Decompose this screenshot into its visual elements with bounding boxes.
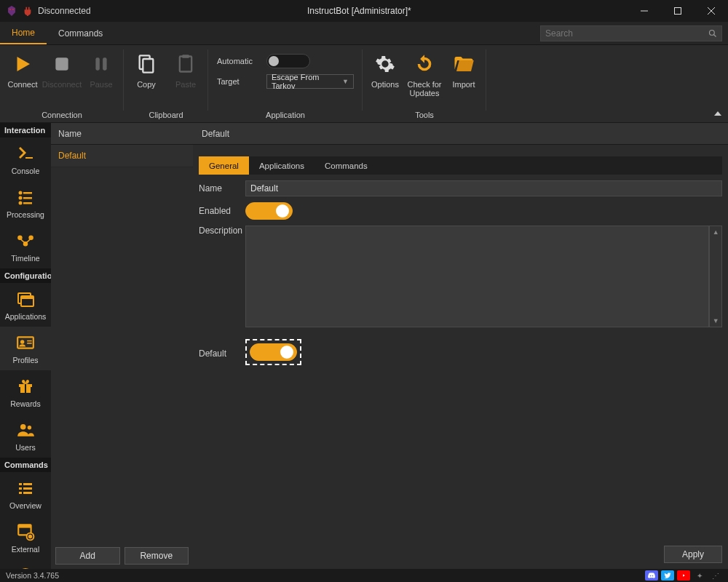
svg-rect-14 — [23, 197, 32, 199]
scroll-down-icon[interactable]: ▼ — [710, 315, 721, 327]
default-label: Default — [199, 348, 245, 359]
search-box[interactable] — [540, 25, 722, 41]
tab-commands-detail[interactable]: Commands — [314, 156, 378, 175]
sidebar: Interaction Console Processing Timeline … — [0, 123, 51, 569]
main-area: Interaction Console Processing Timeline … — [0, 123, 728, 569]
resize-grip-icon[interactable]: ⋰ — [709, 570, 722, 581]
window-buttons — [628, 0, 728, 22]
sidebar-section-commands: Commands — [0, 458, 51, 472]
description-input[interactable] — [245, 226, 709, 327]
version-text: Version 3.4.765 — [6, 571, 59, 580]
default-toggle[interactable] — [250, 343, 297, 361]
svg-point-1 — [12, 9, 14, 10]
connection-status-text: Disconnected — [38, 6, 91, 16]
sidebar-item-help[interactable]: ? — [0, 559, 51, 569]
svg-rect-29 — [25, 384, 26, 393]
import-button[interactable]: Import — [444, 49, 483, 111]
sidebar-item-processing[interactable]: Processing — [0, 181, 51, 225]
svg-rect-25 — [27, 340, 31, 342]
ribbon-group-application: Automatic Target Escape From Tarkov ▼ Ap… — [208, 45, 363, 122]
sidebar-section-interaction: Interaction — [0, 123, 51, 137]
svg-point-13 — [19, 196, 23, 200]
folder-open-icon — [451, 51, 477, 77]
name-input[interactable] — [245, 180, 722, 196]
list-header: Name — [51, 123, 193, 145]
pause-icon — [88, 51, 114, 77]
svg-rect-16 — [23, 202, 32, 204]
tray-icon-1[interactable]: ✦ — [693, 570, 706, 581]
search-input[interactable] — [545, 28, 708, 39]
maximize-button[interactable] — [661, 0, 695, 22]
help-icon: ? — [15, 565, 36, 569]
detail-tabs: General Applications Commands — [199, 156, 722, 175]
remove-button[interactable]: Remove — [124, 547, 189, 565]
tab-applications[interactable]: Applications — [249, 156, 314, 175]
youtube-icon[interactable] — [677, 570, 690, 581]
sidebar-item-overview[interactable]: Overview — [0, 472, 51, 516]
automatic-toggle[interactable] — [266, 54, 310, 68]
ribbon-group-connection: Connect Disconnect Pause Connection — [0, 45, 124, 122]
svg-rect-10 — [182, 55, 189, 58]
connection-status: Disconnected — [0, 5, 91, 17]
svg-rect-22 — [21, 296, 33, 299]
detail-header: Default — [193, 123, 728, 145]
svg-rect-9 — [180, 57, 191, 72]
gear-icon — [372, 51, 398, 77]
check-updates-button[interactable]: Check for Updates — [405, 49, 444, 111]
sidebar-item-users[interactable]: Users — [0, 414, 51, 458]
scroll-up-icon[interactable]: ▲ — [710, 226, 721, 238]
add-button[interactable]: Add — [55, 547, 120, 565]
pause-button[interactable]: Pause — [82, 49, 121, 111]
svg-point-30 — [20, 424, 26, 430]
enabled-toggle[interactable] — [245, 202, 293, 220]
profiles-list: Default — [51, 145, 193, 543]
svg-point-15 — [19, 202, 23, 205]
options-button[interactable]: Options — [365, 49, 405, 111]
apply-button[interactable]: Apply — [664, 546, 722, 563]
external-icon — [15, 522, 36, 542]
description-scrollbar[interactable]: ▲ ▼ — [709, 226, 722, 327]
chevron-down-icon: ▼ — [342, 78, 349, 85]
svg-rect-26 — [27, 343, 31, 344]
svg-point-11 — [19, 191, 23, 195]
sidebar-section-configuration: Configuration — [0, 268, 51, 283]
svg-rect-4 — [55, 57, 68, 70]
statusbar-tray: ✦ ⋰ — [645, 570, 722, 581]
list-item[interactable]: Default — [51, 145, 193, 167]
tab-commands[interactable]: Commands — [47, 22, 114, 44]
sidebar-item-external[interactable]: External — [0, 516, 51, 559]
id-card-icon — [15, 332, 36, 353]
statusbar: Version 3.4.765 ✦ ⋰ — [0, 569, 728, 582]
enabled-label: Enabled — [199, 206, 245, 216]
twitter-icon[interactable] — [661, 570, 674, 581]
paste-icon — [173, 51, 199, 77]
sidebar-item-profiles[interactable]: Profiles — [0, 327, 51, 370]
sidebar-item-rewards[interactable]: Rewards — [0, 370, 51, 414]
tab-home[interactable]: Home — [0, 22, 47, 44]
gift-icon — [15, 376, 36, 396]
sidebar-item-console[interactable]: Console — [0, 137, 51, 181]
svg-rect-2 — [675, 8, 681, 15]
copy-button[interactable]: Copy — [127, 49, 166, 111]
connect-button[interactable]: Connect — [3, 49, 42, 111]
ribbon-collapse-button[interactable] — [713, 109, 722, 118]
users-icon — [15, 420, 36, 440]
ribbon-group-clipboard: Copy Paste Clipboard — [124, 45, 208, 122]
detail-panel: Default General Applications Commands Na… — [193, 123, 728, 569]
sidebar-item-timeline[interactable]: Timeline — [0, 225, 51, 268]
paste-button[interactable]: Paste — [166, 49, 205, 111]
terminal-icon — [15, 143, 36, 164]
close-button[interactable] — [695, 0, 728, 22]
svg-point-24 — [20, 340, 24, 343]
target-label: Target — [217, 77, 261, 86]
svg-rect-5 — [95, 57, 99, 70]
discord-icon[interactable] — [645, 570, 658, 581]
svg-point-31 — [28, 426, 31, 429]
sidebar-item-applications[interactable]: Applications — [0, 283, 51, 327]
target-select[interactable]: Escape From Tarkov ▼ — [266, 74, 354, 89]
titlebar: Disconnected InstructBot [Administrator]… — [0, 0, 728, 22]
description-label: Description — [199, 226, 245, 236]
minimize-button[interactable] — [628, 0, 661, 22]
disconnect-button[interactable]: Disconnect — [42, 49, 82, 111]
tab-general[interactable]: General — [199, 156, 249, 175]
